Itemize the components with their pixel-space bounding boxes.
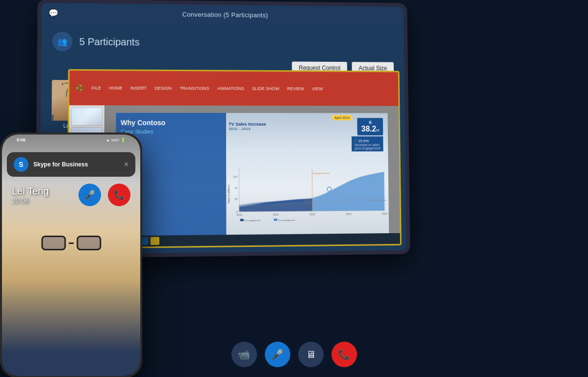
participants-label: 5 Participants [79,36,140,48]
phone-device: 8:06 ▲WiFi🔋 S Skype for Business × Lei T… [0,133,142,377]
phone-mute-call-button[interactable]: 🎤 [78,184,101,206]
slide-thumb-1[interactable] [71,108,102,126]
call-duration: 20:06 [12,197,49,205]
glasses-bridge [69,242,74,244]
svg-text:Post-engagement: Post-engagement [278,219,295,221]
share-screen-button[interactable]: 🖥 [298,342,324,367]
notification-close-button[interactable]: × [124,160,128,169]
chat-icon: 💬 [49,8,59,18]
stat-box-revenue: 🖥 38.2M [358,118,383,135]
bottom-control-bar: 📹 🎤 🖥 📞 [231,342,357,367]
caller-name: Lei Teng [12,186,49,197]
ppt-main-area: Why Contoso Case Studies April 2014 🖥 [103,106,400,247]
stat-value: 38.2M [361,125,380,134]
ribbon-design[interactable]: DESIGN [152,85,174,92]
ribbon-animations[interactable]: ANIMATIONS [215,85,247,92]
svg-rect-21 [274,219,277,221]
svg-text:50: 50 [234,197,237,200]
status-time: 8:06 [17,137,26,142]
glasses-right [77,236,101,250]
caller-info: Lei Teng 20:06 [12,186,49,205]
end-call-icon: 📞 [338,349,350,360]
svg-text:2014: 2014 [382,213,388,215]
phone-power-button[interactable] [141,184,142,208]
phone-status-bar: 8:06 ▲WiFi🔋 [17,137,126,142]
ribbon-review[interactable]: REVIEW [284,85,307,92]
ribbon-file[interactable]: FILE [89,84,103,91]
screen-icon: 🖥 [306,349,316,360]
slide-right-panel: April 2014 🖥 38.2M ↑ 15.6% [226,113,389,239]
notification-text: Skype for Business [33,161,119,168]
svg-text:2010: 2010 [236,214,242,216]
svg-text:2013: 2013 [346,213,352,215]
in-call-buttons: 🎤 📞 [78,184,130,206]
participants-header: 👥 5 Participants [52,31,393,54]
svg-point-18 [327,187,332,191]
svg-text:2012: 2012 [309,213,315,216]
phone-screen: 8:06 ▲WiFi🔋 S Skype for Business × Lei T… [2,135,140,376]
svg-rect-19 [240,219,244,221]
toggle-mic-button[interactable]: 🎤 [265,342,290,367]
svg-line-15 [312,170,313,211]
april-label: April 2014 [332,115,352,120]
chart-title: TV Sales Increase [229,122,266,127]
sales-chart: Sales in Millions [226,150,389,238]
end-call-button[interactable]: 📞 [332,342,357,367]
ribbon-view[interactable]: VIEW [309,85,325,92]
phone-mute-button[interactable] [0,174,1,188]
ribbon-transitions[interactable]: TRANSITIONS [177,85,212,92]
skype-app-icon: S [14,157,28,172]
stat-percent: 15.6% [358,138,369,143]
phone-end-call-button[interactable]: 📞 [108,184,130,206]
svg-text:Engagement start: Engagement start [313,172,330,175]
ribbon-recycle: ♻️ [74,83,86,92]
video-icon: 📹 [238,349,250,360]
phone-vol-down-button[interactable] [0,215,1,233]
mic-icon: 🎤 [271,349,283,360]
call-controls-overlay: Lei Teng 20:06 🎤 📞 [2,184,140,206]
status-icons: ▲WiFi🔋 [106,137,126,142]
slide-background: Why Contoso Case Studies April 2014 🖥 [115,112,389,239]
ribbon-home[interactable]: HOME [106,84,125,91]
notification-banner[interactable]: S Skype for Business × [7,152,135,177]
phone-frame: 8:06 ▲WiFi🔋 S Skype for Business × Lei T… [0,133,142,377]
tablet-top-bar: 💬 Conversation (5 Participants) [41,3,404,26]
taskbar-file[interactable] [150,237,159,245]
tablet-title: Conversation (5 Participants) [182,10,268,19]
phone-vol-up-button[interactable] [0,193,1,211]
toggle-video-button[interactable]: 📹 [231,342,257,367]
svg-text:75: 75 [234,187,237,189]
svg-text:2011: 2011 [273,213,279,216]
slide-title: Why Contoso [121,119,221,127]
active-slide: Why Contoso Case Studies April 2014 🖥 [115,112,389,239]
participants-icon: 👥 [52,31,72,51]
chart-years: 2010 – 2014 [229,127,266,131]
notification-app-title: Skype for Business [33,161,119,168]
svg-text:0: 0 [236,211,237,214]
glasses-left [41,236,66,250]
ribbon-insert[interactable]: INSERT [128,85,149,92]
ribbon-slideshow[interactable]: SLIDE SHOW [250,85,282,92]
svg-text:100: 100 [233,176,237,179]
ppt-ribbon: ♻️ FILE HOME INSERT DESIGN TRANSITIONS A… [69,71,398,106]
glasses-overlay [32,236,110,250]
slide-chart-area: Sales in Millions [226,150,389,238]
stat-box-growth: ↑ 15.6% Increase in salespost engagement [352,136,383,151]
svg-text:Industry standard growth: Industry standard growth [363,199,387,202]
svg-text:Pre-engagement: Pre-engagement [245,219,261,221]
svg-text:Sales in Millions: Sales in Millions [227,185,230,203]
